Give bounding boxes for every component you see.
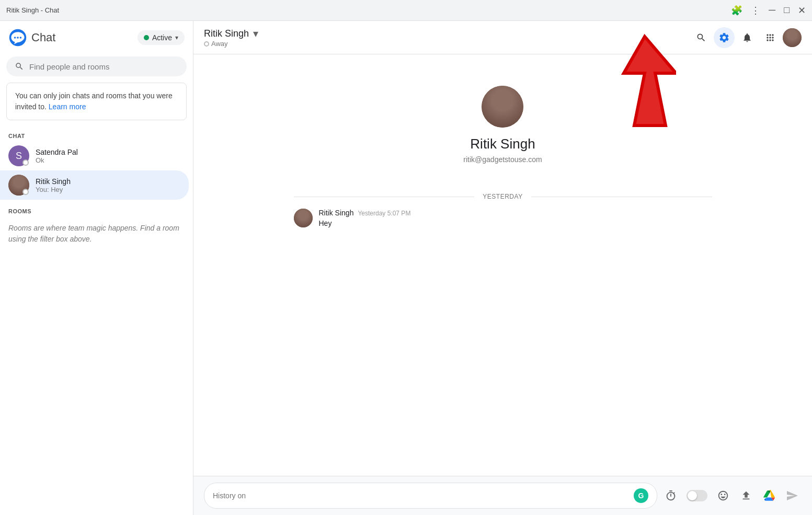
titlebar-title: Ritik Singh - Chat [6,6,59,14]
emoji-icon [717,490,729,501]
upload-icon [740,490,752,501]
date-divider-line-left [294,197,475,197]
ritik-preview: You: Hey [36,186,180,193]
maximize-button[interactable]: □ [784,5,790,16]
contact-card: Ritik Singh ritik@gadgetstouse.com [463,86,542,164]
user-avatar-face [783,28,802,47]
input-bar: G [193,476,812,515]
titlebar: Ritik Singh - Chat 🧩 ⋮ ─ □ ✕ [0,0,812,21]
svg-point-1 [14,37,16,39]
status-circle-icon [204,41,209,47]
minimize-button[interactable]: ─ [769,5,775,16]
send-icon [786,489,798,502]
contact-name: Ritik Singh [470,136,535,152]
message-sender: Ritik Singh [319,209,354,217]
learn-more-link[interactable]: Learn more [49,102,86,111]
timer-icon [665,490,677,501]
menu-dots-icon[interactable]: ⋮ [751,5,760,16]
satendra-avatar-wrapper: S [8,145,29,166]
chat-logo-icon [8,28,27,47]
rooms-empty-text: Rooms are where team magic happens. Find… [0,216,193,251]
drive-button[interactable] [760,486,779,505]
chat-item-ritik[interactable]: Ritik Singh You: Hey [0,170,189,200]
titlebar-controls: 🧩 ⋮ ─ □ ✕ [731,5,806,16]
search-icon [15,62,24,71]
app-container: Chat Active ▾ Find people and rooms You … [0,21,812,515]
search-bar[interactable]: Find people and rooms [6,56,187,76]
chat-header-left: Ritik Singh ▾ Away [204,27,258,48]
search-placeholder: Find people and rooms [29,62,109,71]
info-banner: You can only join chats and rooms that y… [6,83,187,120]
gear-icon [718,32,730,43]
chat-section-label: CHAT [0,129,193,141]
active-status-button[interactable]: Active ▾ [138,30,185,45]
contact-email: ritik@gadgetstouse.com [463,155,542,164]
message-time: Yesterday 5:07 PM [358,210,410,217]
message-item: Ritik Singh Yesterday 5:07 PM Hey [294,209,712,229]
ritik-status-indicator [22,189,29,195]
active-label: Active [152,33,172,42]
message-text: Hey [319,218,712,229]
satendra-status-indicator [22,159,29,166]
grid-icon [765,32,775,43]
history-toggle-button[interactable] [661,486,680,505]
main-area: Ritik Singh ▾ Away [193,21,812,515]
sidebar-header: Chat Active ▾ [0,21,193,52]
satendra-preview: Ok [36,156,185,164]
messages-area: Ritik Singh ritik@gadgetstouse.com YESTE… [193,54,812,476]
message-avatar [294,209,313,227]
upload-button[interactable] [737,486,756,505]
svg-point-3 [20,37,22,39]
message-meta: Ritik Singh Yesterday 5:07 PM [319,209,712,217]
chevron-down-icon: ▾ [175,34,178,41]
drive-icon [763,490,775,501]
chat-logo: Chat [8,28,55,47]
date-divider: YESTERDAY [294,193,712,200]
chat-item-satendra[interactable]: S Satendra Pal Ok [0,141,193,170]
contact-avatar-large [482,86,523,128]
active-dot-icon [144,35,149,40]
bell-icon [742,32,752,43]
ritik-avatar-wrapper [8,175,29,196]
date-divider-text: YESTERDAY [474,193,531,200]
send-button[interactable] [783,486,802,505]
ritik-name: Ritik Singh [36,177,180,186]
chat-header-name: Ritik Singh [204,28,249,39]
settings-button[interactable] [714,27,735,48]
chat-header-right [691,27,802,48]
chat-header-name-block: Ritik Singh ▾ Away [204,27,258,48]
chat-header-dropdown-icon[interactable]: ▾ [253,27,258,40]
notifications-button[interactable] [737,27,758,48]
message-input[interactable] [213,491,634,500]
date-divider-line-right [531,197,712,197]
chat-header-status: Away [204,40,258,48]
puzzle-icon[interactable]: 🧩 [731,5,742,16]
chat-header-status-text: Away [211,40,228,48]
chat-header: Ritik Singh ▾ Away [193,21,812,54]
input-field-wrapper[interactable]: G [204,483,657,509]
close-button[interactable]: ✕ [798,5,806,16]
contact-avatar-face [482,86,523,128]
chat-logo-text: Chat [31,31,55,44]
sidebar: Chat Active ▾ Find people and rooms You … [0,21,193,515]
message-avatar-face [294,209,313,227]
svg-point-2 [17,37,19,39]
message-content: Ritik Singh Yesterday 5:07 PM Hey [319,209,712,229]
rooms-section-label: ROOMS [0,200,193,216]
satendra-name: Satendra Pal [36,148,185,156]
search-icon-header [696,32,706,43]
user-avatar-header[interactable] [783,28,802,47]
grid-button[interactable] [760,27,781,48]
search-button[interactable] [691,27,712,48]
ritik-chat-info: Ritik Singh You: Hey [36,177,180,193]
emoji-button[interactable] [714,486,733,505]
satendra-chat-info: Satendra Pal Ok [36,148,185,164]
grammarly-button[interactable]: G [634,488,648,503]
messages-list: Ritik Singh Yesterday 5:07 PM Hey [294,209,712,233]
toggle-switch[interactable] [684,486,710,505]
info-banner-text: You can only join chats and rooms that y… [15,91,173,111]
